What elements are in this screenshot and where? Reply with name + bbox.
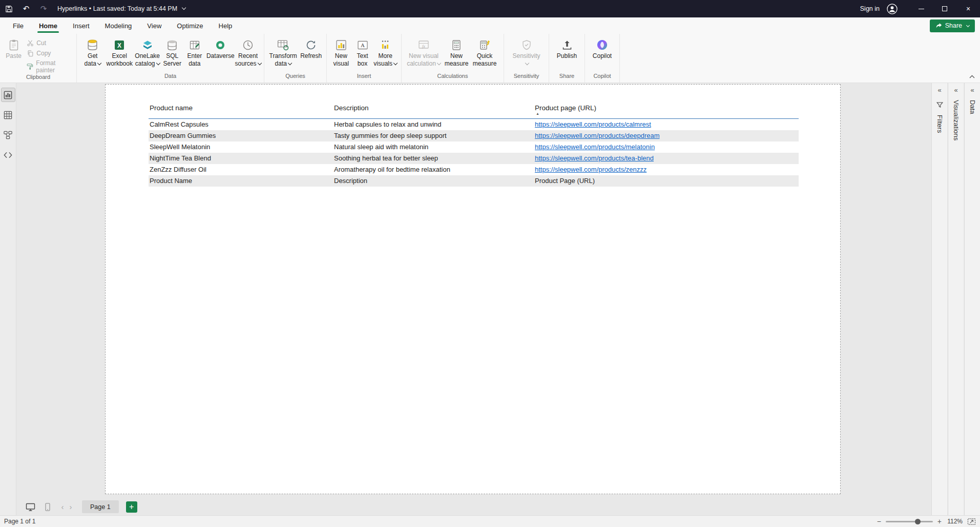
onelake-catalog-button[interactable]: OneLake catalog [134,36,161,69]
table-row: Product Name Description Product Page (U… [149,175,799,187]
paste-label: Paste [6,52,22,59]
get-data-button[interactable]: Get data [80,36,106,69]
publish-icon [560,38,574,52]
report-page[interactable]: Product name Description Product page (U… [105,84,841,494]
zoom-level: 112% [946,518,963,525]
chevron-down-icon [97,61,101,65]
cut-icon [26,39,34,47]
ribbon: Paste Cut Copy Format painter [0,34,980,83]
table-view-button[interactable] [2,108,15,121]
more-visuals-label-2: visuals [373,60,392,67]
menu-modeling[interactable]: Modeling [97,17,140,34]
dataverse-label-1: Dataverse [206,52,235,59]
account-avatar[interactable] [886,3,898,15]
mobile-layout-button[interactable] [41,501,54,513]
sql-server-label-1: SQL [166,52,178,59]
report-canvas[interactable]: Product name Description Product page (U… [16,83,931,498]
desktop-layout-button[interactable] [24,501,37,513]
recent-sources-label-1: Recent [238,52,258,59]
collapse-ribbon-button[interactable] [969,75,975,78]
expand-filters-pane-icon[interactable]: « [937,86,941,94]
expand-visualizations-pane-icon[interactable]: « [954,86,957,94]
copy-icon [26,49,34,57]
menu-view[interactable]: View [139,17,169,34]
column-header-product-name[interactable]: Product name [149,103,333,118]
zoom-out-button[interactable]: − [877,517,881,525]
menu-file[interactable]: File [5,17,31,34]
copilot-label-1: Copilot [593,52,612,59]
excel-workbook-label-1: Excel [112,52,127,59]
new-page-button[interactable]: + [126,501,137,513]
new-visual-label-1: New [335,52,347,59]
model-view-button[interactable] [2,128,15,141]
new-visual-button[interactable]: New visual [330,36,352,69]
quick-measure-button[interactable]: Quick measure [470,36,499,69]
menu-help[interactable]: Help [211,17,240,34]
menu-optimize[interactable]: Optimize [169,17,211,34]
dax-query-view-button[interactable] [2,148,15,161]
fit-to-page-button[interactable] [967,518,976,525]
menu-insert[interactable]: Insert [65,17,97,34]
undo-button[interactable]: ↶ [17,0,35,17]
table-visual[interactable]: Product name Description Product page (U… [149,103,799,187]
table-row: SleepWell Melatonin Natural sleep aid wi… [149,141,799,153]
cut-button[interactable]: Cut [26,39,73,47]
sign-in-link[interactable]: Sign in [860,5,880,12]
close-button[interactable]: × [956,0,980,17]
report-view-button[interactable] [2,88,15,102]
column-header-description[interactable]: Description [333,103,534,118]
product-url-link[interactable]: https://sleepwell.com/products/tea-blend [535,154,654,162]
document-title[interactable]: Hyperlinks • Last saved: Today at 5:44 P… [57,5,185,12]
refresh-button[interactable]: Refresh [299,36,323,69]
enter-data-button[interactable]: Enter data [183,36,206,69]
previous-page-button[interactable]: ‹ [58,502,67,511]
product-url-link[interactable]: https://sleepwell.com/products/zenzzz [535,166,647,173]
expand-data-pane-icon[interactable]: « [970,86,974,94]
copy-button[interactable]: Copy [26,49,73,57]
cell-description: Description [333,175,534,187]
dataverse-button[interactable]: Dataverse [206,36,235,69]
share-button[interactable]: Share [930,19,975,32]
sql-server-button[interactable]: SQL Server [161,36,183,69]
next-page-button[interactable]: › [67,502,75,511]
publish-button[interactable]: Publish [553,36,581,69]
transform-data-label-1: Transform [269,52,297,59]
new-measure-button[interactable]: New measure [443,36,470,69]
ribbon-group-insert: New visual A Text box More visuals [327,34,402,83]
maximize-button[interactable] [933,0,956,17]
text-box-button[interactable]: A Text box [352,36,373,69]
visualizations-pane-title[interactable]: Visualizations [952,100,960,140]
save-button[interactable] [0,0,17,17]
zoom-slider-track [886,521,933,522]
chevron-down-icon [288,61,292,65]
zoom-slider-thumb[interactable] [915,519,921,524]
transform-data-button[interactable]: Transform data [267,36,299,69]
column-header-product-page-url[interactable]: Product page (URL) ▲ [534,103,799,118]
onelake-catalog-icon [140,38,154,52]
new-visual-calculation-label-2: calculation [407,60,436,67]
new-measure-label-1: New [450,52,463,59]
more-visuals-button[interactable]: More visuals [372,36,398,69]
excel-workbook-button[interactable]: X Excel workbook [106,36,134,69]
paste-button[interactable]: Paste [3,36,24,61]
zoom-in-button[interactable]: + [937,517,942,525]
product-url-link[interactable]: https://sleepwell.com/products/deepdream [535,132,660,139]
recent-sources-icon [241,38,255,52]
recent-sources-button[interactable]: Recent sources [235,36,261,69]
product-url-link[interactable]: https://sleepwell.com/products/melatonin [535,143,655,151]
copilot-button[interactable]: Copilot [588,36,616,69]
menu-home[interactable]: Home [31,17,65,34]
redo-button[interactable]: ↷ [35,0,52,17]
sensitivity-button[interactable]: Sensitivity [508,36,546,69]
new-visual-calculation-button[interactable]: fx New visual calculation [405,36,443,69]
minimize-button[interactable] [909,0,933,17]
data-pane-title[interactable]: Data [969,100,976,114]
format-painter-icon [26,63,33,71]
filters-pane-title[interactable]: Filters [936,115,944,133]
product-url-link[interactable]: https://sleepwell.com/products/calmrest [535,120,651,128]
zoom-slider[interactable] [886,518,933,525]
format-painter-button[interactable]: Format painter [26,59,73,74]
ribbon-spacer [620,34,980,83]
page-tab-page-1[interactable]: Page 1 [82,500,119,513]
cell-description: Tasty gummies for deep sleep support [333,130,534,141]
